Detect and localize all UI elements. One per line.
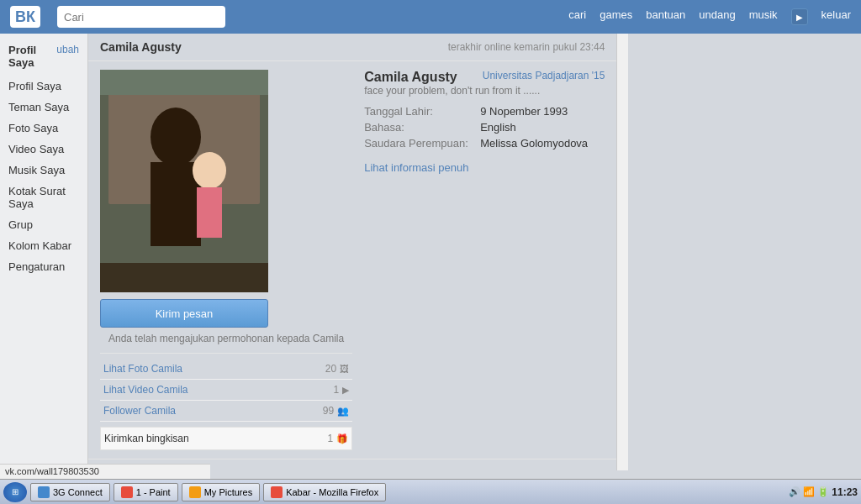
lihat-foto-link[interactable]: Lihat Foto Camila 20 🖼: [100, 359, 352, 380]
paint-icon: [121, 486, 133, 498]
info-row-tanggal: Tanggal Lahir: 9 Nopember 1993: [364, 105, 605, 118]
sidebar-item-teman[interactable]: Teman Saya: [0, 97, 87, 118]
action-links: Lihat Foto Camila 20 🖼 Lihat Video Camil…: [100, 353, 352, 422]
search-input[interactable]: [57, 6, 225, 28]
taskbar-item-2[interactable]: 1 - Paint: [114, 483, 178, 501]
sidebar-item-grup[interactable]: Grup: [0, 214, 87, 235]
follower-label: Follower Camila: [103, 405, 176, 417]
sidebar-item-profil[interactable]: Profil Saya: [0, 76, 87, 97]
systray-icons: 🔊 📶 🔋: [789, 486, 829, 497]
nav-links: cari games bantuan undang musik ▶ keluar: [568, 8, 851, 25]
content: Camila Agusty terakhir online kemarin pu…: [88, 34, 616, 470]
sidebar-edit-link[interactable]: ubah: [56, 44, 79, 69]
sidebar: Profil Saya ubah Profil Saya Teman Saya …: [0, 34, 88, 497]
request-text: Anda telah mengajukan permohonan kepada …: [100, 333, 352, 344]
sidebar-item-musik[interactable]: Musik Saya: [0, 160, 87, 181]
info-table: Tanggal Lahir: 9 Nopember 1993 Bahasa: E…: [364, 105, 605, 150]
profile-left-panel: Kirim pesan Anda telah mengajukan permoh…: [100, 70, 352, 450]
svg-rect-6: [197, 187, 222, 238]
follower-icon: 👥: [337, 406, 349, 417]
svg-rect-7: [100, 70, 268, 95]
lihat-foto-count: 20 🖼: [325, 363, 349, 375]
see-all-photos-link[interactable]: lihat semua: [553, 469, 605, 470]
nav-games[interactable]: games: [600, 8, 632, 25]
lihat-video-link[interactable]: Lihat Video Camila 1 ▶: [100, 380, 352, 401]
kirimkan-label: Kirimkan bingkisan: [104, 433, 189, 444]
taskbar-label-2: 1 - Paint: [136, 487, 171, 497]
profile-photo[interactable]: [100, 70, 268, 292]
3g-icon: [38, 486, 50, 498]
profile-fullname: Camila Agusty: [364, 70, 457, 84]
sidebar-item-kotak[interactable]: Kotak Surat Saya: [0, 181, 87, 214]
svg-point-5: [193, 152, 226, 189]
nav-bantuan[interactable]: bantuan: [646, 8, 685, 25]
profile-university: Universitas Padjadjaran '15: [483, 70, 605, 81]
sidebar-item-kolom[interactable]: Kolom Kabar: [0, 235, 87, 256]
kirimkan-bingkisan-link[interactable]: Kirimkan bingkisan 1 🎁: [100, 427, 352, 450]
profile-actions: Kirim pesan Anda telah mengajukan permoh…: [100, 299, 352, 450]
nav-play-button[interactable]: ▶: [791, 8, 808, 25]
nav-keluar[interactable]: keluar: [821, 8, 851, 25]
taskbar-item-4[interactable]: Kabar - Mozilla Firefox: [263, 483, 386, 501]
kirimkan-count: 1 🎁: [328, 433, 349, 444]
info-row-saudara: Saudara Perempuan: Melissa Golomyodova: [364, 137, 605, 150]
taskbar-label-1: 3G Connect: [53, 487, 103, 497]
scrollbar[interactable]: [616, 34, 628, 470]
nav-musik[interactable]: musik: [749, 8, 778, 25]
content-scroll: Camila Agusty terakhir online kemarin pu…: [88, 34, 628, 470]
status-bar-url: vk.com/wall179803530: [0, 464, 210, 479]
profile-status: face your problem, don't run from it ...…: [364, 85, 605, 97]
svg-rect-8: [100, 263, 268, 292]
sidebar-item-foto[interactable]: Foto Saya: [0, 118, 87, 139]
taskbar-label-3: My Pictures: [204, 487, 252, 497]
systray-time: 11:23: [832, 486, 858, 498]
gift-icon: 🎁: [336, 433, 348, 444]
video-icon: ▶: [342, 385, 349, 396]
foto-icon: 🖼: [340, 364, 349, 374]
lihat-video-count: 1 ▶: [334, 384, 350, 396]
follower-link[interactable]: Follower Camila 99 👥: [100, 401, 352, 422]
profile-title: Camila Agusty: [100, 40, 182, 54]
tanggal-label: Tanggal Lahir:: [364, 105, 473, 118]
profile-header-bar: Camila Agusty terakhir online kemarin pu…: [88, 34, 616, 61]
profile-photo-image: [100, 70, 268, 292]
lihat-foto-label: Lihat Foto Camila: [103, 363, 182, 375]
pics-icon: [189, 486, 201, 498]
taskbar-label-4: Kabar - Mozilla Firefox: [286, 487, 378, 497]
saudara-value: Melissa Golomyodova: [480, 137, 588, 150]
profile-body: Kirim pesan Anda telah mengajukan permoh…: [88, 61, 616, 459]
lihat-video-label: Lihat Video Camila: [103, 384, 188, 396]
sidebar-item-video[interactable]: Video Saya: [0, 139, 87, 160]
saudara-label: Saudara Perempuan:: [364, 137, 473, 150]
info-row-bahasa: Bahasa: English: [364, 121, 605, 134]
svg-point-3: [151, 108, 201, 166]
nav-cari[interactable]: cari: [568, 8, 586, 25]
follower-count: 99 👥: [323, 405, 349, 417]
profile-info: Universitas Padjadjaran '15 Camila Agust…: [364, 70, 605, 450]
nav-undang[interactable]: undang: [699, 8, 735, 25]
start-button[interactable]: ⊞: [3, 482, 27, 502]
sidebar-header: Profil Saya ubah: [0, 40, 87, 76]
lihat-info-link[interactable]: Lihat informasi penuh: [364, 161, 468, 174]
top-navigation: ВК cari games bantuan undang musik ▶ kel…: [0, 0, 861, 34]
taskbar: ⊞ 3G Connect 1 - Paint My Pictures Kabar…: [0, 479, 861, 504]
taskbar-item-1[interactable]: 3G Connect: [30, 483, 110, 501]
sidebar-profile-label: Profil Saya: [8, 44, 56, 69]
profile-name-row: Universitas Padjadjaran '15 Camila Agust…: [364, 70, 605, 85]
sidebar-item-pengaturan[interactable]: Pengaturan: [0, 256, 87, 277]
bahasa-label: Bahasa:: [364, 121, 473, 134]
systray: 🔊 📶 🔋 11:23: [789, 486, 858, 498]
vk-logo[interactable]: ВК: [10, 6, 40, 28]
tanggal-value: 9 Nopember 1993: [480, 105, 568, 118]
taskbar-item-3[interactable]: My Pictures: [182, 483, 260, 501]
kirim-pesan-button[interactable]: Kirim pesan: [100, 299, 268, 328]
main-container: Profil Saya ubah Profil Saya Teman Saya …: [0, 34, 861, 497]
kabar-icon: [271, 486, 283, 498]
last-online: terakhir online kemarin pukul 23:44: [448, 41, 605, 53]
bahasa-value: English: [480, 121, 516, 134]
